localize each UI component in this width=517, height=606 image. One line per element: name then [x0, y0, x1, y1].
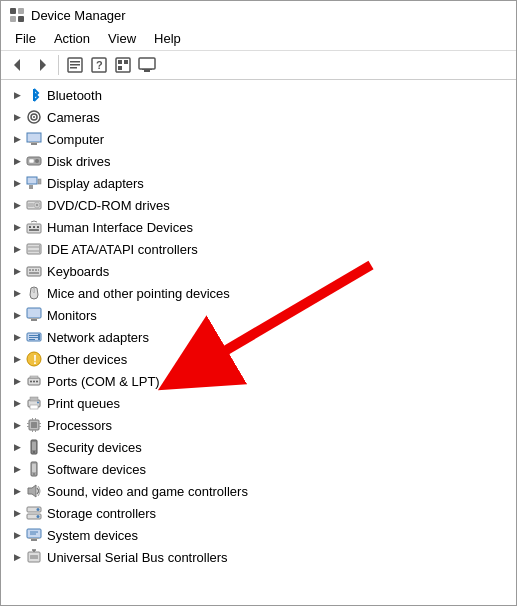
tree-item-mice[interactable]: ▶ Mice and other pointing devices: [1, 282, 516, 304]
svg-point-91: [37, 515, 40, 518]
svg-rect-77: [32, 418, 33, 420]
tree-arrow-ports[interactable]: ▶: [9, 373, 25, 389]
tree-item-storage[interactable]: ▶ Storage controllers: [1, 502, 516, 524]
svg-rect-15: [118, 66, 122, 70]
svg-rect-49: [29, 272, 39, 274]
svg-rect-18: [142, 69, 152, 70]
system-label: System devices: [47, 528, 138, 543]
svg-rect-86: [33, 473, 35, 475]
svg-rect-39: [29, 229, 39, 231]
disk-icon: [25, 152, 43, 170]
properties-button[interactable]: [64, 54, 86, 76]
svg-rect-3: [18, 16, 24, 22]
ide-icon: [25, 240, 43, 258]
svg-rect-94: [29, 538, 39, 539]
monitor-button[interactable]: [136, 54, 158, 76]
keyboards-icon: [25, 262, 43, 280]
svg-rect-53: [31, 319, 37, 321]
tree-arrow-sound[interactable]: ▶: [9, 483, 25, 499]
tree-arrow-ide[interactable]: ▶: [9, 241, 25, 257]
disk-label: Disk drives: [47, 154, 111, 169]
tree-arrow-keyboards[interactable]: ▶: [9, 263, 25, 279]
tree-arrow-software[interactable]: ▶: [9, 461, 25, 477]
window-icon: [9, 7, 25, 23]
tree-arrow-dvd[interactable]: ▶: [9, 197, 25, 213]
tree-arrow-usb[interactable]: ▶: [9, 549, 25, 565]
svg-rect-68: [30, 397, 38, 401]
svg-marker-5: [40, 59, 46, 71]
tree-item-keyboards[interactable]: ▶ Keyboards: [1, 260, 516, 282]
tree-item-computer[interactable]: ▶ Computer: [1, 128, 516, 150]
tree-item-display-adapters[interactable]: ▶ Display adapters: [1, 172, 516, 194]
tree-arrow-monitors[interactable]: ▶: [9, 307, 25, 323]
dvd-icon: [25, 196, 43, 214]
tree-item-human-interface[interactable]: ▶ Human Interface Devices: [1, 216, 516, 238]
scan-button[interactable]: [112, 54, 134, 76]
tree-arrow-computer[interactable]: ▶: [9, 131, 25, 147]
tree-item-ports[interactable]: ▶ Ports (COM & LPT): [1, 370, 516, 392]
tree-item-other-devices[interactable]: ▶ ! Other devices: [1, 348, 516, 370]
software-icon: [25, 460, 43, 478]
tree-item-system-devices[interactable]: ▶ System devices: [1, 524, 516, 546]
computer-icon: [25, 130, 43, 148]
tree-view[interactable]: ▶ Bluetooth ▶ Cameras ▶: [1, 80, 516, 605]
tree-arrow-human[interactable]: ▶: [9, 219, 25, 235]
svg-rect-38: [37, 226, 39, 228]
svg-rect-41: [28, 246, 40, 248]
tree-arrow-bluetooth[interactable]: ▶: [9, 87, 25, 103]
tree-item-print-queues[interactable]: ▶ Print queues: [1, 392, 516, 414]
back-button[interactable]: [7, 54, 29, 76]
tree-item-monitors[interactable]: ▶ Monitors: [1, 304, 516, 326]
svg-rect-28: [27, 177, 37, 184]
svg-rect-80: [35, 430, 36, 432]
svg-text:?: ?: [96, 59, 103, 71]
print-icon: [25, 394, 43, 412]
svg-rect-75: [39, 423, 41, 424]
svg-rect-47: [35, 269, 37, 271]
svg-rect-30: [29, 185, 33, 189]
tree-arrow-other[interactable]: ▶: [9, 351, 25, 367]
help-button[interactable]: ?: [88, 54, 110, 76]
tree-item-software-devices[interactable]: ▶ Software devices: [1, 458, 516, 480]
tree-arrow-disk[interactable]: ▶: [9, 153, 25, 169]
tree-arrow-security[interactable]: ▶: [9, 439, 25, 455]
tree-item-usb[interactable]: ▶ Universal Serial Bus controllers: [1, 546, 516, 568]
svg-rect-76: [39, 426, 41, 427]
human-icon: [25, 218, 43, 236]
tree-item-sound[interactable]: ▶ Sound, video and game controllers: [1, 480, 516, 502]
tree-item-processors[interactable]: ▶ Processors: [1, 414, 516, 436]
menu-help[interactable]: Help: [146, 29, 189, 48]
tree-item-bluetooth[interactable]: ▶ Bluetooth: [1, 84, 516, 106]
menu-view[interactable]: View: [100, 29, 144, 48]
svg-point-27: [35, 159, 39, 163]
ports-icon: [25, 372, 43, 390]
tree-arrow-mice[interactable]: ▶: [9, 285, 25, 301]
svg-rect-93: [31, 539, 37, 541]
svg-rect-58: [29, 339, 35, 340]
tree-item-security-devices[interactable]: ▶ Security devices: [1, 436, 516, 458]
svg-rect-85: [32, 464, 36, 472]
human-label: Human Interface Devices: [47, 220, 193, 235]
menu-bar: File Action View Help: [1, 27, 516, 51]
tree-arrow-cameras[interactable]: ▶: [9, 109, 25, 125]
svg-rect-66: [30, 376, 38, 378]
ide-label: IDE ATA/ATAPI controllers: [47, 242, 198, 257]
tree-arrow-print[interactable]: ▶: [9, 395, 25, 411]
tree-arrow-display[interactable]: ▶: [9, 175, 25, 191]
display-label: Display adapters: [47, 176, 144, 191]
tree-arrow-processors[interactable]: ▶: [9, 417, 25, 433]
monitors-label: Monitors: [47, 308, 97, 323]
tree-item-network-adapters[interactable]: ▶ Network adapters: [1, 326, 516, 348]
tree-item-dvd[interactable]: ▶ DVD/CD-ROM drives: [1, 194, 516, 216]
svg-rect-40: [27, 244, 41, 254]
tree-arrow-storage[interactable]: ▶: [9, 505, 25, 521]
forward-button[interactable]: [31, 54, 53, 76]
tree-item-ide[interactable]: ▶ IDE ATA/ATAPI controllers: [1, 238, 516, 260]
tree-arrow-network[interactable]: ▶: [9, 329, 25, 345]
menu-action[interactable]: Action: [46, 29, 98, 48]
tree-item-disk-drives[interactable]: ▶ Disk drives: [1, 150, 516, 172]
tree-arrow-system[interactable]: ▶: [9, 527, 25, 543]
svg-rect-45: [29, 269, 31, 271]
menu-file[interactable]: File: [7, 29, 44, 48]
tree-item-cameras[interactable]: ▶ Cameras: [1, 106, 516, 128]
